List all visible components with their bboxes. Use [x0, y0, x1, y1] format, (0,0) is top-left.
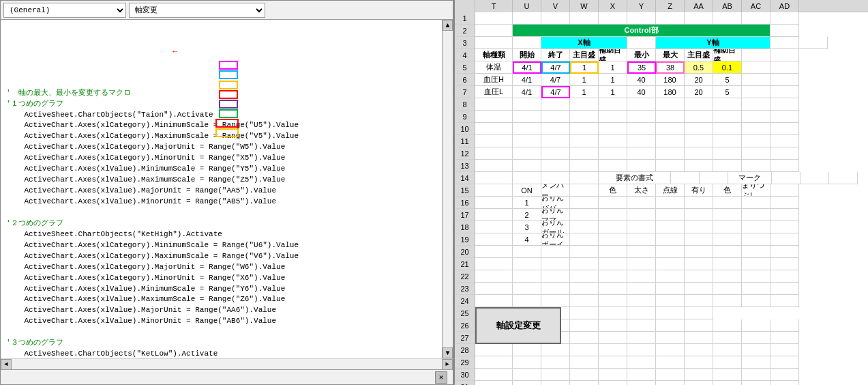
excel-cell: 色	[599, 184, 627, 197]
row-num-5: 5	[455, 61, 475, 74]
vba-editor-panel: (General) 軸変更 ←	[0, 0, 453, 385]
table-row	[475, 160, 868, 172]
vba-code-area[interactable]: ←	[1, 20, 442, 358]
row-num-17: 17	[455, 209, 475, 221]
general-dropdown[interactable]: (General)	[3, 3, 126, 18]
excel-cell	[570, 258, 599, 270]
excel-cell: 40	[627, 74, 656, 86]
axis-settings-button[interactable]: 軸設定変更	[475, 307, 561, 344]
excel-cell	[713, 295, 742, 307]
excel-cell	[742, 74, 770, 86]
col-header-U: U	[513, 0, 541, 12]
excel-cell	[570, 307, 599, 319]
excel-cell: おりんママ	[541, 209, 570, 221]
excel-cell	[713, 258, 742, 270]
excel-cell: 35	[627, 61, 656, 74]
table-row: X軸Y軸	[475, 37, 868, 49]
table-row: 軸設定変更	[475, 307, 868, 319]
excel-cell: メンバー	[541, 184, 570, 197]
excel-cell: 主目盛	[685, 49, 713, 61]
excel-cell	[770, 283, 799, 295]
excel-cell	[713, 123, 742, 135]
excel-cell	[656, 283, 685, 295]
col-header-V: V	[541, 0, 570, 12]
excel-cell	[770, 246, 799, 258]
sub-dropdown[interactable]: 軸変更	[129, 3, 265, 18]
excel-cell	[541, 295, 570, 307]
excel-cell	[627, 258, 656, 270]
excel-cell	[700, 172, 728, 184]
col-header-Z: Z	[656, 0, 685, 12]
excel-grid: Control部X軸Y軸軸種類開始終了主目盛補助目盛最小最大主目盛補助目盛体温4…	[475, 12, 868, 385]
row-num-6: 6	[455, 74, 475, 86]
excel-cell	[599, 160, 627, 172]
excel-cell	[770, 12, 799, 25]
table-row	[475, 135, 868, 147]
row-num-16: 16	[455, 197, 475, 209]
excel-cell	[656, 209, 685, 221]
vba-toolbar: (General) 軸変更	[1, 1, 453, 20]
row-num-25: 25	[455, 307, 475, 319]
excel-cell	[685, 209, 713, 221]
row-num-28: 28	[455, 344, 475, 356]
excel-cell	[599, 12, 627, 25]
excel-cell	[513, 270, 541, 283]
excel-cell	[685, 160, 713, 172]
excel-cell	[513, 356, 541, 369]
code-line: ActiveChart.Axes(xlValue).MinimumScale =…	[6, 284, 436, 295]
code-line: ActiveChart.Axes(xlValue).MinorUnit = Ra…	[6, 197, 436, 208]
scroll-right-btn[interactable]: ►	[442, 359, 453, 370]
excel-cell	[685, 12, 713, 25]
excel-cell: 軸種類	[475, 49, 513, 61]
row-num-18: 18	[455, 221, 475, 233]
excel-cell	[627, 221, 656, 233]
excel-cell	[713, 270, 742, 283]
scroll-down-btn[interactable]: ▼	[443, 347, 453, 358]
excel-cell	[541, 123, 570, 135]
scroll-left-btn[interactable]: ◄	[1, 359, 12, 370]
row-num-1: 1	[455, 12, 475, 25]
excel-cell	[513, 369, 541, 381]
highlight-v5	[219, 70, 238, 79]
excel-cell: 4/1	[513, 86, 541, 98]
excel-cell	[713, 160, 742, 172]
scroll-up-btn[interactable]: ▲	[443, 20, 453, 31]
col-header-AD: AD	[770, 0, 799, 12]
excel-cell	[742, 270, 770, 283]
excel-cell: 38	[656, 61, 685, 74]
table-row	[475, 258, 868, 270]
excel-cell	[742, 61, 770, 74]
excel-cell	[599, 270, 627, 283]
excel-cell	[599, 344, 627, 356]
code-line: ActiveChart.Axes(xlCategory).MajorUnit =…	[6, 262, 436, 273]
excel-cell	[541, 111, 570, 123]
excel-cell: おりんガール	[541, 221, 570, 233]
table-row: 血圧H4/14/71140180205	[475, 74, 868, 86]
excel-cell	[541, 270, 570, 283]
excel-cell	[513, 135, 541, 147]
code-line: ActiveChart.Axes(xlValue).MinimumScale =…	[6, 164, 436, 175]
excel-cell	[475, 209, 513, 221]
excel-cell	[541, 356, 570, 369]
scrollbar[interactable]: ▲ ▼	[442, 20, 453, 358]
excel-cell: 4	[513, 233, 541, 246]
excel-cell	[570, 344, 599, 356]
excel-cell	[599, 356, 627, 369]
excel-cell	[742, 147, 770, 160]
excel-cell	[570, 197, 599, 209]
excel-cell: 4/7	[541, 74, 570, 86]
code-line: ActiveChart.Axes(xlCategory).MinorUnit =…	[6, 273, 436, 284]
excel-cell	[770, 233, 799, 246]
excel-cell	[627, 160, 656, 172]
excel-cell: 3	[513, 221, 541, 233]
code-line: ActiveChart.Axes(xlCategory).MaximumScal…	[6, 131, 436, 142]
excel-cell	[713, 319, 742, 332]
close-button[interactable]: ✕	[435, 371, 447, 384]
excel-col-headers: TUVWXYZAAABACAD	[455, 0, 868, 12]
excel-cell	[570, 369, 599, 381]
excel-cell	[475, 221, 513, 233]
excel-cell	[570, 221, 599, 233]
excel-cell	[656, 98, 685, 111]
excel-cell: おりんパパ	[541, 197, 570, 209]
excel-cell	[742, 332, 770, 344]
